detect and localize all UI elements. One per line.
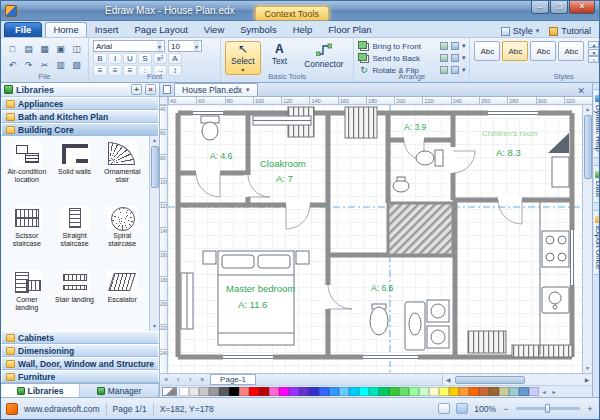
zoom-out-icon[interactable]: − <box>502 404 510 414</box>
ribbon-tab[interactable]: Page Layout <box>126 22 195 37</box>
color-swatch[interactable] <box>279 387 289 396</box>
library-item[interactable]: Scissor staircase <box>3 203 51 267</box>
color-swatch[interactable] <box>519 387 529 396</box>
library-category-bar[interactable]: Cabinets <box>1 331 159 344</box>
open-icon[interactable]: ▤ <box>21 41 36 56</box>
drawing-page[interactable]: A: 4.6 Cloakroom A: 7 A: 3.9 Children's … <box>168 105 582 373</box>
color-swatch[interactable] <box>479 387 489 396</box>
close-icon[interactable] <box>569 1 595 14</box>
color-swatch[interactable] <box>239 387 249 396</box>
library-item[interactable]: Spiral staircase <box>98 203 146 267</box>
style-preview-tile[interactable]: Abc <box>530 41 556 61</box>
ribbon-tab[interactable]: Insert <box>87 22 127 37</box>
print-icon[interactable]: ▣ <box>53 41 68 56</box>
scroll-thumb[interactable] <box>151 146 159 188</box>
library-category-bar[interactable]: Appliances <box>1 97 159 110</box>
library-category-bar[interactable]: Building Core <box>1 123 159 136</box>
underline-icon[interactable]: U <box>123 53 137 64</box>
library-item[interactable]: Air-condition location <box>3 139 51 203</box>
redo-icon[interactable]: ↷ <box>21 57 36 72</box>
ribbon-tab[interactable]: Symbols <box>232 22 284 37</box>
select-tool-button[interactable]: ↖ Select <box>225 41 261 75</box>
previous-page-icon[interactable] <box>172 376 184 383</box>
color-swatch[interactable] <box>189 387 199 396</box>
scroll-thumb[interactable] <box>455 376 525 384</box>
scroll-down-icon[interactable] <box>585 364 590 373</box>
library-item[interactable]: Corner landing <box>3 267 51 331</box>
send-to-back[interactable]: Send to Back ▾ <box>358 53 465 63</box>
vertical-scrollbar[interactable] <box>582 105 592 373</box>
style-preview-tile[interactable]: Abc <box>558 41 584 61</box>
maximize-icon[interactable] <box>550 1 568 14</box>
color-swatch[interactable] <box>369 387 379 396</box>
arrange-mini-icon[interactable] <box>451 42 459 50</box>
close-panel-icon[interactable] <box>145 84 156 95</box>
scroll-right-icon[interactable] <box>582 376 592 383</box>
color-swatch[interactable] <box>209 387 219 396</box>
library-item[interactable]: Straight staircase <box>51 203 99 267</box>
panel-tab[interactable]: Libraries <box>1 384 80 397</box>
close-document-icon[interactable]: ✕ <box>574 86 590 96</box>
scroll-left-icon[interactable] <box>443 376 453 383</box>
floor-plan[interactable]: A: 4.6 Cloakroom A: 7 A: 3.9 Children's … <box>168 105 582 373</box>
copy-icon[interactable]: ▥ <box>53 57 68 72</box>
color-swatch[interactable] <box>259 387 269 396</box>
minimize-icon[interactable] <box>531 1 549 14</box>
color-swatch[interactable] <box>529 387 539 396</box>
bold-icon[interactable]: B <box>93 53 107 64</box>
scroll-thumb[interactable] <box>584 115 592 179</box>
zoom-slider-thumb[interactable] <box>545 404 550 413</box>
zoom-slider[interactable] <box>516 407 580 410</box>
color-swatch[interactable] <box>269 387 279 396</box>
library-item[interactable]: Ornamental stair <box>98 139 146 203</box>
color-swatch[interactable] <box>499 387 509 396</box>
horizontal-scrollbar[interactable] <box>442 375 592 385</box>
library-item[interactable]: Solid walls <box>51 139 99 203</box>
library-category-bar[interactable]: Bath and Kitchen Plan <box>1 110 159 123</box>
shaft-hatch[interactable] <box>388 203 453 255</box>
library-category-bar[interactable]: Wall, Door, Window and Structure <box>1 357 159 370</box>
color-swatch[interactable] <box>509 387 519 396</box>
floor-hatch[interactable] <box>512 345 572 357</box>
color-swatch[interactable] <box>379 387 389 396</box>
save-icon[interactable]: ▦ <box>37 41 52 56</box>
stair-hatch[interactable] <box>345 107 377 138</box>
color-swatch[interactable] <box>309 387 319 396</box>
superscript-icon[interactable]: x² <box>153 53 167 64</box>
style-preview-tile[interactable]: Abc <box>474 41 500 61</box>
arrange-mini-icon[interactable] <box>451 54 459 62</box>
side-panel-tab[interactable]: Dynamic Help <box>594 89 600 158</box>
add-library-icon[interactable] <box>131 84 142 95</box>
next-page-icon[interactable] <box>184 376 196 383</box>
undo-icon[interactable]: ↶ <box>5 57 20 72</box>
scroll-up-icon[interactable] <box>585 105 590 114</box>
library-category-bar[interactable]: Dimensioning <box>1 344 159 357</box>
scroll-up-icon[interactable] <box>152 136 157 145</box>
color-swatch[interactable] <box>429 387 439 396</box>
page-tab[interactable]: Page-1 <box>210 374 256 385</box>
connector-tool-button[interactable]: Connector <box>298 41 349 71</box>
color-swatch[interactable] <box>469 387 479 396</box>
last-page-icon[interactable] <box>196 376 208 383</box>
color-swatch[interactable] <box>249 387 259 396</box>
font-family-select[interactable]: Arial▾ <box>93 40 165 52</box>
ribbon-tab[interactable]: Home <box>45 22 86 37</box>
font-size-select[interactable]: 10▾ <box>168 40 202 52</box>
gallery-down-icon[interactable]: ▼ <box>588 49 599 56</box>
library-item[interactable]: Escalator <box>98 267 146 331</box>
font-color-icon[interactable]: A <box>168 53 182 64</box>
color-swatch[interactable] <box>419 387 429 396</box>
color-swatch[interactable] <box>399 387 409 396</box>
side-panel-tab[interactable]: Data <box>594 165 600 203</box>
palette-left-icon[interactable] <box>539 388 549 395</box>
color-swatch[interactable] <box>219 387 229 396</box>
gallery-up-icon[interactable]: ▲ <box>588 41 599 48</box>
context-tools-tab[interactable]: Context Tools <box>255 6 329 20</box>
style-preview-tile[interactable]: Abc <box>502 41 528 61</box>
style-button[interactable]: Style▾ <box>496 25 545 37</box>
arrange-mini-icon[interactable] <box>440 54 448 62</box>
stove[interactable] <box>542 231 569 267</box>
first-page-icon[interactable] <box>160 376 172 383</box>
kitchen-island[interactable] <box>468 331 506 353</box>
ribbon-tab[interactable]: View <box>196 22 232 37</box>
